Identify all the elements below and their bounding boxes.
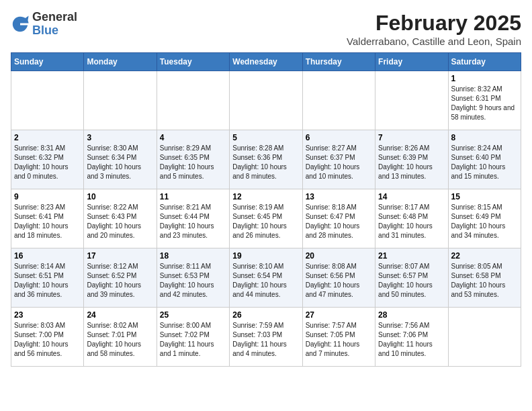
day-number: 23 — [14, 310, 81, 320]
day-number: 21 — [378, 251, 445, 261]
day-number: 22 — [451, 251, 518, 261]
calendar-cell: 14Sunrise: 8:17 AM Sunset: 6:48 PM Dayli… — [375, 189, 448, 248]
day-info: Sunrise: 8:28 AM Sunset: 6:36 PM Dayligh… — [232, 144, 299, 181]
calendar-cell: 17Sunrise: 8:12 AM Sunset: 6:52 PM Dayli… — [84, 248, 157, 308]
day-number: 4 — [160, 133, 226, 142]
weekday-header-tuesday: Tuesday — [157, 53, 229, 71]
day-number: 2 — [14, 133, 81, 142]
day-info: Sunrise: 8:31 AM Sunset: 6:32 PM Dayligh… — [14, 144, 81, 181]
day-number: 6 — [306, 133, 372, 142]
calendar-cell: 11Sunrise: 8:21 AM Sunset: 6:44 PM Dayli… — [157, 189, 229, 248]
day-info: Sunrise: 8:21 AM Sunset: 6:44 PM Dayligh… — [160, 203, 226, 240]
calendar-cell: 4Sunrise: 8:29 AM Sunset: 6:35 PM Daylig… — [157, 130, 229, 189]
weekday-header-thursday: Thursday — [302, 53, 375, 71]
day-number: 13 — [306, 192, 372, 201]
calendar-cell: 10Sunrise: 8:22 AM Sunset: 6:43 PM Dayli… — [84, 189, 157, 248]
calendar-cell: 24Sunrise: 8:02 AM Sunset: 7:01 PM Dayli… — [84, 308, 157, 367]
calendar-cell: 19Sunrise: 8:10 AM Sunset: 6:54 PM Dayli… — [230, 248, 302, 308]
day-number: 1 — [451, 74, 518, 83]
calendar-cell: 21Sunrise: 8:07 AM Sunset: 6:57 PM Dayli… — [375, 248, 448, 308]
day-number: 26 — [232, 310, 299, 320]
day-number: 12 — [232, 192, 299, 201]
day-number: 17 — [87, 251, 153, 261]
calendar-cell: 6Sunrise: 8:27 AM Sunset: 6:37 PM Daylig… — [302, 130, 375, 189]
weekday-header-row: SundayMondayTuesdayWednesdayThursdayFrid… — [11, 53, 521, 71]
calendar-cell — [302, 71, 375, 130]
calendar-week-2: 2Sunrise: 8:31 AM Sunset: 6:32 PM Daylig… — [11, 130, 521, 189]
day-number: 19 — [232, 251, 299, 261]
day-number: 24 — [87, 310, 153, 320]
calendar-cell — [84, 71, 157, 130]
day-info: Sunrise: 8:02 AM Sunset: 7:01 PM Dayligh… — [87, 321, 153, 359]
day-info: Sunrise: 8:32 AM Sunset: 6:31 PM Dayligh… — [451, 85, 518, 122]
day-number: 5 — [232, 133, 299, 142]
calendar-cell: 25Sunrise: 8:00 AM Sunset: 7:02 PM Dayli… — [157, 308, 229, 367]
calendar-cell — [448, 308, 521, 367]
calendar-cell: 26Sunrise: 7:59 AM Sunset: 7:03 PM Dayli… — [230, 308, 302, 367]
logo-text: General Blue — [32, 11, 77, 38]
day-info: Sunrise: 8:07 AM Sunset: 6:57 PM Dayligh… — [378, 262, 445, 300]
calendar-cell: 15Sunrise: 8:15 AM Sunset: 6:49 PM Dayli… — [448, 189, 521, 248]
day-number: 9 — [14, 192, 81, 201]
month-title: February 2025 — [347, 11, 521, 36]
day-number: 7 — [378, 133, 445, 142]
calendar-cell — [157, 71, 229, 130]
day-info: Sunrise: 8:24 AM Sunset: 6:40 PM Dayligh… — [451, 144, 518, 181]
calendar-cell — [11, 71, 84, 130]
day-info: Sunrise: 8:18 AM Sunset: 6:47 PM Dayligh… — [306, 203, 372, 240]
calendar-week-1: 1Sunrise: 8:32 AM Sunset: 6:31 PM Daylig… — [11, 71, 521, 130]
day-number: 27 — [306, 310, 372, 320]
calendar-cell: 22Sunrise: 8:05 AM Sunset: 6:58 PM Dayli… — [448, 248, 521, 308]
weekday-header-saturday: Saturday — [448, 53, 521, 71]
weekday-header-monday: Monday — [84, 53, 157, 71]
day-number: 8 — [451, 133, 518, 142]
calendar-cell: 5Sunrise: 8:28 AM Sunset: 6:36 PM Daylig… — [230, 130, 302, 189]
day-info: Sunrise: 8:22 AM Sunset: 6:43 PM Dayligh… — [87, 203, 153, 240]
calendar-week-5: 23Sunrise: 8:03 AM Sunset: 7:00 PM Dayli… — [11, 308, 521, 367]
day-number: 28 — [378, 310, 445, 320]
day-info: Sunrise: 8:10 AM Sunset: 6:54 PM Dayligh… — [232, 262, 299, 300]
day-info: Sunrise: 8:29 AM Sunset: 6:35 PM Dayligh… — [160, 144, 226, 181]
calendar-cell: 9Sunrise: 8:23 AM Sunset: 6:41 PM Daylig… — [11, 189, 84, 248]
day-info: Sunrise: 8:03 AM Sunset: 7:00 PM Dayligh… — [14, 321, 81, 359]
title-area: February 2025 Valderrabano, Castille and… — [347, 11, 521, 47]
day-number: 14 — [378, 192, 445, 201]
calendar-cell: 8Sunrise: 8:24 AM Sunset: 6:40 PM Daylig… — [448, 130, 521, 189]
calendar-cell: 13Sunrise: 8:18 AM Sunset: 6:47 PM Dayli… — [302, 189, 375, 248]
calendar-cell: 7Sunrise: 8:26 AM Sunset: 6:39 PM Daylig… — [375, 130, 448, 189]
day-number: 25 — [160, 310, 226, 320]
logo-icon — [11, 15, 30, 34]
calendar-cell: 1Sunrise: 8:32 AM Sunset: 6:31 PM Daylig… — [448, 71, 521, 130]
calendar-cell — [230, 71, 302, 130]
day-info: Sunrise: 8:11 AM Sunset: 6:53 PM Dayligh… — [160, 262, 226, 300]
calendar-week-3: 9Sunrise: 8:23 AM Sunset: 6:41 PM Daylig… — [11, 189, 521, 248]
calendar-cell: 12Sunrise: 8:19 AM Sunset: 6:45 PM Dayli… — [230, 189, 302, 248]
day-number: 18 — [160, 251, 226, 261]
day-info: Sunrise: 8:12 AM Sunset: 6:52 PM Dayligh… — [87, 262, 153, 300]
day-info: Sunrise: 7:59 AM Sunset: 7:03 PM Dayligh… — [232, 321, 299, 359]
day-info: Sunrise: 8:26 AM Sunset: 6:39 PM Dayligh… — [378, 144, 445, 181]
weekday-header-wednesday: Wednesday — [230, 53, 302, 71]
logo-general: General — [32, 10, 77, 24]
calendar-cell: 2Sunrise: 8:31 AM Sunset: 6:32 PM Daylig… — [11, 130, 84, 189]
day-number: 11 — [160, 192, 226, 201]
calendar-cell: 20Sunrise: 8:08 AM Sunset: 6:56 PM Dayli… — [302, 248, 375, 308]
day-info: Sunrise: 8:17 AM Sunset: 6:48 PM Dayligh… — [378, 203, 445, 240]
calendar-week-4: 16Sunrise: 8:14 AM Sunset: 6:51 PM Dayli… — [11, 248, 521, 308]
day-info: Sunrise: 8:19 AM Sunset: 6:45 PM Dayligh… — [232, 203, 299, 240]
calendar-cell — [375, 71, 448, 130]
day-info: Sunrise: 7:56 AM Sunset: 7:06 PM Dayligh… — [378, 321, 445, 359]
day-info: Sunrise: 8:00 AM Sunset: 7:02 PM Dayligh… — [160, 321, 226, 359]
calendar-cell: 3Sunrise: 8:30 AM Sunset: 6:34 PM Daylig… — [84, 130, 157, 189]
day-number: 16 — [14, 251, 81, 261]
day-number: 10 — [87, 192, 153, 201]
logo-blue: Blue — [32, 24, 58, 37]
day-info: Sunrise: 8:27 AM Sunset: 6:37 PM Dayligh… — [306, 144, 372, 181]
logo: General Blue — [11, 11, 77, 38]
day-info: Sunrise: 8:14 AM Sunset: 6:51 PM Dayligh… — [14, 262, 81, 300]
day-number: 20 — [306, 251, 372, 261]
weekday-header-friday: Friday — [375, 53, 448, 71]
calendar-table: SundayMondayTuesdayWednesdayThursdayFrid… — [11, 52, 521, 367]
calendar-cell: 27Sunrise: 7:57 AM Sunset: 7:05 PM Dayli… — [302, 308, 375, 367]
day-info: Sunrise: 8:08 AM Sunset: 6:56 PM Dayligh… — [306, 262, 372, 300]
